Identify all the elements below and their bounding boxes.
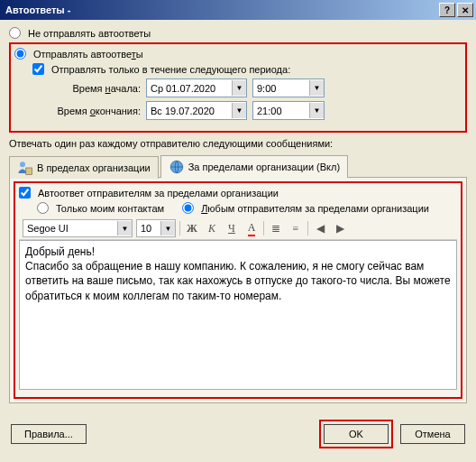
dropdown-icon[interactable]: ▼ bbox=[309, 103, 324, 118]
underline-button[interactable]: Ч bbox=[224, 220, 240, 236]
titlebar: Автоответы - ? ✕ bbox=[0, 0, 476, 20]
radio-send[interactable] bbox=[14, 48, 26, 60]
separator bbox=[179, 221, 180, 236]
radio-any-sender-label: Любым отправителям за пределами организа… bbox=[201, 203, 429, 214]
message-editor[interactable]: Добрый день! Спасибо за обращение в нашу… bbox=[19, 240, 457, 390]
dropdown-icon[interactable]: ▼ bbox=[232, 103, 246, 118]
outdent-button[interactable]: ◀ bbox=[312, 220, 328, 236]
end-date-combo[interactable]: Вс 19.07.2020 ▼ bbox=[146, 101, 247, 120]
radio-no-send[interactable] bbox=[9, 27, 21, 39]
chk-period-label: Отправлять только в течение следующего п… bbox=[51, 64, 290, 75]
start-date-value: Ср 01.07.2020 bbox=[147, 83, 232, 94]
close-button[interactable]: ✕ bbox=[457, 3, 473, 17]
person-icon bbox=[17, 160, 33, 176]
highlight-send-block: Отправлять автоответы Отправлять только … bbox=[9, 42, 467, 133]
dropdown-icon[interactable]: ▼ bbox=[309, 80, 324, 96]
rules-button[interactable]: Правила... bbox=[11, 424, 87, 444]
end-date-value: Вс 19.07.2020 bbox=[147, 106, 232, 116]
radio-no-send-label: Не отправлять автоответы bbox=[28, 28, 151, 39]
reply-once-label: Отвечать один раз каждому отправителю сл… bbox=[9, 138, 467, 149]
svg-point-0 bbox=[20, 162, 25, 167]
tab-inside-org[interactable]: В пределах организации bbox=[9, 156, 159, 179]
help-button[interactable]: ? bbox=[439, 3, 455, 17]
start-date-combo[interactable]: Ср 01.07.2020 ▼ bbox=[146, 79, 247, 97]
tab-inside-label: В пределах организации bbox=[37, 162, 151, 173]
chk-period[interactable] bbox=[32, 63, 44, 75]
font-value: Segoe UI bbox=[23, 223, 117, 234]
window-title: Автоответы - bbox=[5, 5, 70, 15]
dropdown-icon[interactable]: ▼ bbox=[117, 221, 132, 236]
end-time-value: 21:00 bbox=[253, 106, 309, 116]
dropdown-icon[interactable]: ▼ bbox=[232, 80, 246, 96]
radio-any-sender[interactable] bbox=[182, 202, 194, 214]
start-time-combo[interactable]: 9:00 ▼ bbox=[252, 79, 325, 97]
dropdown-icon[interactable]: ▼ bbox=[160, 221, 175, 236]
font-combo[interactable]: Segoe UI ▼ bbox=[23, 219, 133, 237]
svg-rect-1 bbox=[26, 168, 32, 175]
chk-autoreply-outside[interactable] bbox=[19, 187, 31, 199]
format-toolbar: Segoe UI ▼ 10 ▼ Ж К Ч A ≣ ≡ ◀ ▶ bbox=[19, 217, 457, 240]
number-list-button[interactable]: ≡ bbox=[288, 220, 304, 236]
separator bbox=[307, 221, 308, 236]
italic-button[interactable]: К bbox=[204, 220, 220, 236]
radio-contacts-only-label: Только моим контактам bbox=[56, 203, 164, 214]
radio-send-label: Отправлять автоответы bbox=[33, 49, 143, 60]
separator bbox=[263, 221, 264, 236]
ok-button[interactable]: OK bbox=[324, 424, 389, 444]
indent-button[interactable]: ▶ bbox=[332, 220, 348, 236]
cancel-button[interactable]: Отмена bbox=[400, 424, 465, 444]
font-size-value: 10 bbox=[137, 223, 160, 234]
tabs: В пределах организации За пределами орга… bbox=[9, 154, 467, 178]
footer: Правила... OK Отмена bbox=[0, 411, 476, 457]
tab-outside-org[interactable]: За пределами организации (Вкл) bbox=[160, 155, 348, 178]
highlight-outside-block: Автоответ отправителям за пределами орга… bbox=[14, 181, 462, 399]
bold-button[interactable]: Ж bbox=[184, 220, 200, 236]
highlight-ok: OK bbox=[319, 420, 393, 448]
end-time-combo[interactable]: 21:00 ▼ bbox=[252, 101, 325, 120]
font-size-combo[interactable]: 10 ▼ bbox=[136, 219, 176, 237]
chk-autoreply-outside-label: Автоответ отправителям за пределами орга… bbox=[38, 188, 279, 199]
tab-outside-label: За пределами организации (Вкл) bbox=[188, 162, 340, 172]
bullet-list-button[interactable]: ≣ bbox=[268, 220, 284, 236]
globe-icon bbox=[169, 159, 185, 175]
radio-contacts-only[interactable] bbox=[37, 202, 49, 214]
label-start: Время начала: bbox=[43, 83, 141, 94]
label-end: Время окончания: bbox=[43, 106, 141, 116]
font-color-button[interactable]: A bbox=[243, 220, 260, 236]
tab-panel: Автоответ отправителям за пределами орга… bbox=[9, 178, 467, 403]
start-time-value: 9:00 bbox=[253, 83, 309, 94]
